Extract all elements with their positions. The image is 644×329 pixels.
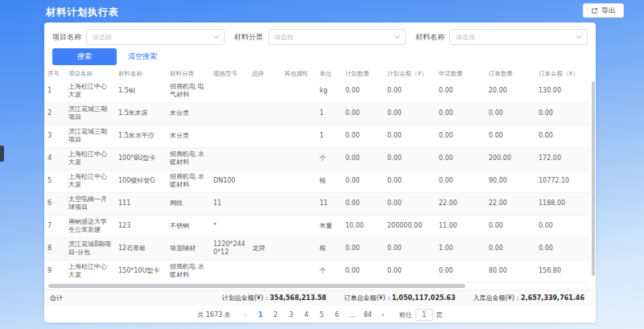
table-cell: 0.00 bbox=[436, 102, 485, 125]
table-cell: 1.5米木床 bbox=[115, 102, 167, 125]
column-header: 单位 bbox=[316, 68, 342, 80]
table-cell: 根 bbox=[316, 237, 342, 260]
summary-items: 计划总金额(¥)：354,568,213.58订单总金额(¥)：1,050,11… bbox=[222, 294, 584, 302]
table-cell: 0.00 bbox=[384, 170, 436, 192]
filter-select[interactable]: 请选择 bbox=[268, 29, 407, 45]
table-cell bbox=[249, 147, 281, 170]
horizontal-scrollbar[interactable] bbox=[48, 284, 465, 288]
column-header: 订单数量 bbox=[485, 68, 535, 80]
table-cell: 10772.10 bbox=[535, 170, 589, 192]
filter-select[interactable]: 请选择 bbox=[86, 29, 225, 45]
table-cell: 0.00 bbox=[342, 125, 384, 147]
table-cell: 150*10U型卡 bbox=[115, 260, 167, 282]
material-plan-table: 序号项目名称材料名称材料分类规格型号品牌其他属性单位计划数量计划金额（¥）申请数… bbox=[44, 68, 589, 283]
table-cell: 0.00 bbox=[436, 260, 485, 282]
page-button[interactable]: 6 bbox=[332, 310, 343, 321]
table-cell: 0.00 bbox=[384, 260, 436, 282]
column-header: 材料分类 bbox=[167, 68, 210, 80]
table-cell: 太空电梯—月球项目 bbox=[65, 192, 115, 215]
filter-select[interactable]: 请选择 bbox=[449, 29, 588, 45]
table-cell bbox=[249, 215, 281, 237]
table-cell: 130.00 bbox=[535, 80, 589, 102]
sidebar-expand-handle[interactable] bbox=[0, 146, 4, 162]
page-button[interactable]: 3 bbox=[286, 310, 297, 321]
table-cell: 0.00 bbox=[535, 215, 589, 237]
table-cell: 招商机电 水暖材料 bbox=[167, 260, 210, 282]
table-cell: 3 bbox=[44, 125, 65, 147]
table-row[interactable]: 4上海松江中心大厦100*8U型卡招商机电 水暖材料个0.000.000.002… bbox=[44, 147, 589, 170]
table-cell: 招商机电 水暖材料 bbox=[167, 147, 210, 170]
table-cell: 未分类 bbox=[167, 125, 210, 147]
table-cell: 个 bbox=[316, 260, 342, 282]
column-header: 计划数量 bbox=[342, 68, 384, 80]
table-cell: 0.00 bbox=[485, 215, 535, 237]
table-cell: 个 bbox=[316, 147, 342, 170]
table-cell: 11.00 bbox=[436, 215, 485, 237]
table-row[interactable]: 9上海松江中心大厦150*10U型卡招商机电 水暖材料个0.000.000.00… bbox=[44, 260, 589, 282]
table-cell: 0.00 bbox=[535, 237, 589, 260]
table-cell bbox=[210, 147, 249, 170]
export-button[interactable]: 导出 bbox=[583, 3, 624, 18]
export-icon bbox=[591, 7, 598, 14]
table-cell: 1188.00 bbox=[535, 192, 589, 215]
table-cell bbox=[281, 192, 316, 215]
export-button-label: 导出 bbox=[601, 6, 616, 16]
clear-search-link[interactable]: 清空搜索 bbox=[128, 51, 157, 62]
table-row[interactable]: 8滨江花城8期项目-分包12石膏板墙面辅材1220*2440*12龙牌根0.00… bbox=[44, 237, 589, 260]
goto-page-input[interactable] bbox=[415, 309, 433, 321]
table-cell: 0.00 bbox=[436, 125, 485, 147]
table-cell: 1.5铜 bbox=[115, 80, 167, 102]
table-body: 1上海松江中心大厦1.5铜招商机电 电气材料kg0.000.000.0020.0… bbox=[44, 80, 589, 282]
table-cell: 上海松江中心大厦 bbox=[65, 170, 115, 192]
search-button[interactable]: 搜索 bbox=[52, 48, 117, 65]
table-cell: 0.00 bbox=[342, 102, 384, 125]
table-cell: 网线 bbox=[167, 192, 210, 215]
table-cell: 根 bbox=[316, 170, 342, 192]
summary-row: 合计 计划总金额(¥)：354,568,213.58订单总金额(¥)：1,050… bbox=[44, 290, 596, 306]
column-header: 品牌 bbox=[249, 68, 281, 80]
table-row[interactable]: 5上海松江中心大厦100镀锌管G招商机电 水暖材料DN100根0.000.000… bbox=[44, 170, 589, 192]
filter-label: 材料分类 bbox=[234, 32, 263, 43]
table-cell: 不锈钢 bbox=[167, 215, 210, 237]
table-cell bbox=[210, 125, 249, 147]
chevron-down-icon bbox=[394, 33, 400, 39]
filter-group-2: 材料名称请选择 bbox=[415, 29, 588, 45]
page-button[interactable]: 2 bbox=[270, 310, 282, 321]
goto-prefix-label: 前往 bbox=[399, 310, 412, 319]
table-cell: 0.00 bbox=[342, 147, 384, 170]
table-cell: 0.00 bbox=[342, 260, 384, 282]
table-row[interactable]: 3滨江花城三期项目1.5米水平仪未分类10.000.000.000.000.00 bbox=[44, 125, 589, 147]
page-button[interactable]: 84 bbox=[362, 310, 374, 321]
next-page-button[interactable]: › bbox=[378, 310, 389, 321]
filter-group-1: 材料分类请选择 bbox=[234, 29, 407, 45]
table-row[interactable]: 7南钢盛达大学生公寓新建123不锈钢*米重10.00200000.0011.00… bbox=[44, 215, 589, 237]
page-button[interactable]: 5 bbox=[316, 310, 328, 321]
table-cell: 100*8U型卡 bbox=[115, 147, 167, 170]
table-cell: 10.00 bbox=[342, 215, 384, 237]
select-placeholder: 请选择 bbox=[456, 33, 475, 42]
table-cell: 172.00 bbox=[535, 147, 589, 170]
table-row[interactable]: 6太空电梯—月球项目111网线11110.000.0022.0022.00118… bbox=[44, 192, 589, 215]
table-cell: 123 bbox=[115, 215, 167, 237]
column-header: 订单金额（¥） bbox=[535, 68, 589, 80]
table-cell: 156.80 bbox=[535, 260, 589, 282]
filter-group-0: 项目名称请选择 bbox=[52, 29, 225, 45]
table-cell: 滨江花城三期项目 bbox=[65, 125, 115, 147]
page-button[interactable]: 4 bbox=[301, 310, 312, 321]
page-button[interactable]: 1 bbox=[255, 310, 266, 321]
table-cell: 2 bbox=[44, 102, 65, 125]
action-bar: 搜索 清空搜索 bbox=[44, 45, 596, 68]
summary-item: 入库总金额(¥)：2,657,339,761.46 bbox=[473, 294, 584, 302]
table-row[interactable]: 2滨江花城三期项目1.5米木床未分类10.000.000.000.000.00 bbox=[44, 102, 589, 125]
vertical-scrollbar[interactable] bbox=[592, 81, 595, 276]
table-cell bbox=[249, 192, 281, 215]
table-cell: 未分类 bbox=[167, 102, 210, 125]
chevron-down-icon bbox=[576, 33, 582, 39]
table-row[interactable]: 1上海松江中心大厦1.5铜招商机电 电气材料kg0.000.000.0020.0… bbox=[44, 80, 589, 102]
prev-page-button[interactable]: ‹ bbox=[240, 310, 251, 321]
table-cell: 200000.00 bbox=[384, 215, 436, 237]
goto-page: 前往 页 bbox=[399, 309, 443, 321]
table-cell: 200.00 bbox=[485, 147, 535, 170]
table-cell bbox=[281, 80, 316, 102]
table-cell: 9 bbox=[44, 260, 65, 282]
